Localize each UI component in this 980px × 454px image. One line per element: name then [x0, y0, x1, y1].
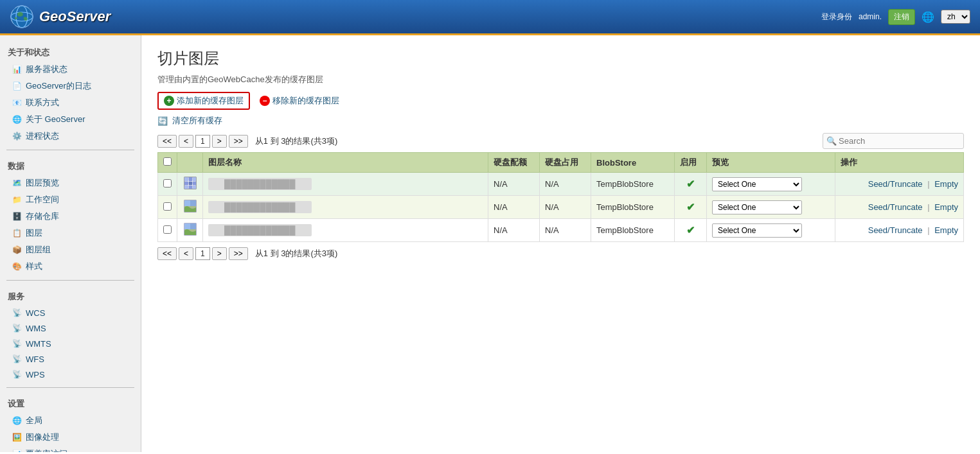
row2-name-link[interactable]: ████████████ [208, 201, 312, 213]
row2-checkbox[interactable] [163, 202, 172, 211]
server-status-icon: 📊 [12, 64, 22, 74]
sidebar-item-about[interactable]: 🌐 关于 GeoServer [0, 111, 141, 128]
sidebar-item-styles[interactable]: 🎨 样式 [0, 258, 141, 275]
store-icon: 🗄️ [12, 211, 22, 222]
sidebar-label: 工作空间 [26, 194, 59, 205]
svg-rect-9 [184, 177, 188, 181]
last-page-btn-bottom[interactable]: >> [229, 247, 248, 260]
row2-enabled-check: ✔ [686, 202, 695, 213]
sidebar-label: 图层预览 [26, 177, 59, 189]
sidebar-item-raster-access[interactable]: 📊 覆盖率访问 [0, 446, 141, 452]
pipe1: | [927, 179, 929, 189]
th-blobstore: BlobStore [591, 153, 675, 173]
first-page-btn-top[interactable]: << [157, 135, 177, 148]
logout-button[interactable]: 注销 [888, 9, 915, 25]
sidebar-item-wfs[interactable]: 📡 WFS [0, 351, 141, 367]
wfs-icon: 📡 [12, 354, 22, 364]
sidebar-section-settings: 设置 [0, 393, 141, 412]
row1-preview-cell: Select One [707, 173, 835, 196]
wps-icon: 📡 [12, 369, 22, 380]
sidebar-label: 服务器状态 [26, 64, 67, 75]
th-disk-alloc: 硬盘配额 [488, 153, 540, 173]
table-body: ████████████ N/A N/A TempBlobStore ✔ Sel… [158, 173, 964, 242]
row3-blobstore: TempBlobStore [591, 219, 675, 242]
pagination-info-top: 从1 到 3的结果(共3项) [255, 135, 338, 147]
row2-seed-link[interactable]: Seed/Truncate [868, 202, 923, 212]
sidebar-section-about: 关于和状态 [0, 42, 141, 61]
prev-page-btn-bottom[interactable]: < [179, 247, 193, 260]
sidebar-item-wms[interactable]: 📡 WMS [0, 320, 141, 336]
header: GeoServer 登录身份 admin. 注销 🌐 zh en [0, 0, 980, 35]
sidebar-item-wmts[interactable]: 📡 WMTS [0, 336, 141, 351]
page-title: 切片图层 [157, 48, 964, 69]
th-checkbox [158, 153, 177, 173]
sidebar-section-data: 数据 [0, 155, 141, 175]
row2-name-text: ████████████ [208, 201, 312, 213]
row3-actions-cell: Seed/Truncate | Empty [835, 219, 964, 242]
row3-disk-used: N/A [540, 219, 591, 242]
row2-empty-link[interactable]: Empty [934, 202, 958, 212]
svg-rect-10 [189, 177, 192, 181]
sidebar-item-server-status[interactable]: 📊 服务器状态 [0, 61, 141, 78]
sidebar-item-geoserver-log[interactable]: 📄 GeoServer的日志 [0, 78, 141, 94]
divider1 [6, 150, 134, 150]
row1-name-link[interactable]: ████████████ [208, 178, 312, 190]
svg-rect-17 [193, 186, 196, 189]
next-page-btn-top[interactable]: > [212, 135, 227, 148]
clear-cache-link[interactable]: 🔄 清空所有缓存 [157, 115, 964, 127]
row3-seed-link[interactable]: Seed/Truncate [868, 225, 923, 235]
sidebar-item-wcs[interactable]: 📡 WCS [0, 305, 141, 320]
sidebar-item-global[interactable]: 🌐 全局 [0, 412, 141, 429]
logo-icon [10, 4, 34, 29]
row2-preview-select[interactable]: Select One [712, 200, 802, 214]
th-type [177, 153, 203, 173]
last-page-btn-top[interactable]: >> [229, 135, 248, 148]
svg-rect-12 [184, 182, 188, 185]
layer-groups-icon: 📦 [12, 245, 22, 255]
workspace-icon: 📁 [12, 195, 22, 205]
svg-rect-15 [184, 186, 188, 189]
sidebar-item-workspaces[interactable]: 📁 工作空间 [0, 191, 141, 208]
next-page-btn-bottom[interactable]: > [212, 247, 227, 260]
row1-empty-link[interactable]: Empty [934, 179, 958, 189]
language-select[interactable]: zh en [941, 10, 970, 24]
first-page-btn-bottom[interactable]: << [157, 247, 177, 260]
sidebar-item-layer-groups[interactable]: 📦 图层组 [0, 241, 141, 258]
row1-disk-used: N/A [540, 173, 591, 196]
sidebar-item-layer-preview[interactable]: 🗺️ 图层预览 [0, 175, 141, 191]
row1-enabled-check: ✔ [686, 179, 695, 189]
raster-access-icon: 📊 [12, 449, 22, 452]
row3-type-cell [177, 219, 203, 242]
th-name: 图层名称 [203, 153, 488, 173]
sidebar-label: WMS [26, 324, 46, 333]
row1-preview-select[interactable]: Select One [712, 177, 802, 191]
check-all[interactable] [163, 157, 172, 166]
th-enabled: 启用 [675, 153, 707, 173]
row1-seed-link[interactable]: Seed/Truncate [868, 179, 923, 189]
row2-preview-cell: Select One [707, 196, 835, 219]
row3-preview-select[interactable]: Select One [712, 223, 802, 238]
add-cache-layer-link[interactable]: + 添加新的缓存图层 [157, 92, 250, 110]
sidebar-item-stores[interactable]: 🗄️ 存储仓库 [0, 208, 141, 225]
sidebar-item-image-processing[interactable]: 🖼️ 图像处理 [0, 429, 141, 446]
remove-label: 移除新的缓存图层 [272, 95, 339, 107]
image-processing-icon: 🖼️ [12, 432, 22, 442]
sidebar-item-wps[interactable]: 📡 WPS [0, 367, 141, 382]
sidebar-label: 关于 GeoServer [26, 114, 85, 125]
sidebar-item-contact[interactable]: 📧 联系方式 [0, 94, 141, 111]
row3-checkbox[interactable] [163, 225, 172, 234]
row2-blobstore: TempBlobStore [591, 196, 675, 219]
sidebar-item-layers[interactable]: 📋 图层 [0, 225, 141, 241]
layout: 关于和状态 📊 服务器状态 📄 GeoServer的日志 📧 联系方式 🌐 关于… [0, 35, 980, 452]
prev-page-btn-top[interactable]: < [179, 135, 193, 148]
row3-name-link[interactable]: ████████████ [208, 224, 312, 236]
sidebar-item-process-status[interactable]: ⚙️ 进程状态 [0, 128, 141, 144]
sidebar-label: 图层组 [26, 244, 51, 256]
search-input[interactable] [823, 133, 964, 149]
row3-empty-link[interactable]: Empty [934, 225, 958, 235]
divider3 [6, 387, 134, 388]
sidebar-label: WFS [26, 354, 44, 364]
remove-cache-layer-link[interactable]: − 移除新的缓存图层 [260, 95, 339, 107]
row2-disk-alloc: N/A [488, 196, 540, 219]
row1-checkbox[interactable] [163, 179, 172, 188]
